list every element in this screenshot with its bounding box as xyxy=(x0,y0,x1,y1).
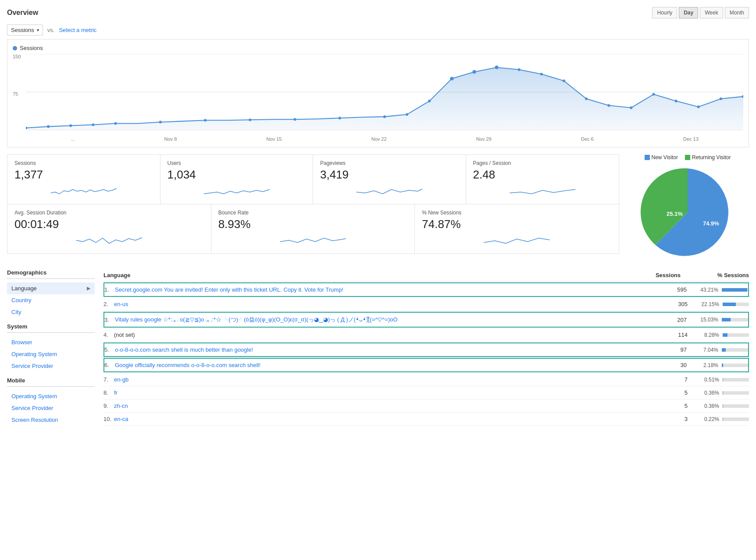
row-number: 4. xyxy=(103,332,114,338)
system-title: System xyxy=(7,323,95,330)
row-bar-fill xyxy=(723,378,723,382)
sidebar-mobile-os-label: Operating System xyxy=(11,393,57,399)
sidebar-item-mobile-service[interactable]: Service Provider xyxy=(7,402,95,414)
sidebar-item-os[interactable]: Operating System xyxy=(7,348,95,360)
svg-point-9 xyxy=(159,121,162,123)
sidebar-item-browser[interactable]: Browser xyxy=(7,336,95,348)
row-sessions: 595 xyxy=(652,286,687,293)
chart-legend: Sessions xyxy=(13,45,743,51)
stat-pageviews-label: Pageviews xyxy=(320,160,459,166)
row-sessions: 7 xyxy=(653,376,688,383)
sidebar-item-city[interactable]: City xyxy=(7,306,95,318)
sidebar-item-language[interactable]: Language ▶ xyxy=(7,282,95,294)
table-row: 8. fr 5 0.36% xyxy=(103,386,749,399)
row-label[interactable]: Secret.google.com You are invited! Enter… xyxy=(115,286,652,293)
new-visitor-color-icon xyxy=(645,155,650,160)
svg-point-25 xyxy=(630,107,632,109)
stat-pages-session-sparkline xyxy=(473,184,612,197)
stat-sessions-label: Sessions xyxy=(14,160,153,166)
row-sessions: 97 xyxy=(652,346,687,353)
hourly-button[interactable]: Hourly xyxy=(652,7,677,18)
stats-section: Sessions 1,377 Users 1,034 Pageviews 3,4… xyxy=(7,154,749,260)
sidebar-os-label: Operating System xyxy=(11,351,57,357)
x-label-dec13: Dec 13 xyxy=(683,136,699,142)
row-bar-bg xyxy=(722,348,748,352)
chart-y-labels: 150 75 xyxy=(13,54,21,128)
row-pct-container: 0.36% xyxy=(688,403,749,409)
data-table-section: Language Sessions % Sessions 1. Secret.g… xyxy=(103,269,749,426)
row-label[interactable]: en-gb xyxy=(114,376,653,383)
row-label[interactable]: Vitaly rules google ☆*:.｡. o(≧▽≦)o .｡.:*… xyxy=(115,316,652,324)
svg-point-22 xyxy=(563,79,565,82)
pie-legend-new: New Visitor xyxy=(645,154,678,161)
row-bar-bg xyxy=(723,303,749,306)
row-label[interactable]: o-o-8-o-o.com search shell is much bette… xyxy=(115,346,652,353)
stat-users-value: 1,034 xyxy=(168,168,306,182)
row-bar-bg xyxy=(723,391,749,395)
row-pct-text: 0.51% xyxy=(697,377,719,383)
row-number: 3. xyxy=(104,317,115,323)
sidebar-city-label: City xyxy=(11,309,21,315)
row-sessions: 3 xyxy=(653,416,688,422)
vs-text: vs. xyxy=(47,27,55,33)
row-pct-container: 22.15% xyxy=(688,301,749,307)
row-label[interactable]: en-ca xyxy=(114,416,653,422)
row-bar-fill xyxy=(722,318,731,321)
mobile-title: Mobile xyxy=(7,377,95,384)
row-number: 10. xyxy=(103,416,114,422)
row-sessions: 5 xyxy=(653,389,688,396)
table-row: 2. en-us 305 22.15% xyxy=(103,298,749,311)
pie-section: New Visitor Returning Visitor 74.9% 25.1… xyxy=(626,154,749,260)
sidebar-item-screen-res[interactable]: Screen Resolution xyxy=(7,414,95,426)
chart-x-labels: ... Nov 8 Nov 15 Nov 22 Nov 29 Dec 6 Dec… xyxy=(26,136,743,142)
stat-users-sparkline xyxy=(168,184,306,197)
pie-chart: 74.9% 25.1% xyxy=(639,164,736,260)
row-label[interactable]: en-us xyxy=(114,301,653,307)
row-bar-fill xyxy=(722,288,747,292)
sidebar-nav: Demographics Language ▶ Country City Sys… xyxy=(7,269,95,426)
row-bar-fill xyxy=(723,303,736,306)
sessions-dropdown[interactable]: Sessions ▾ xyxy=(7,25,43,36)
chart-svg xyxy=(26,54,743,130)
time-buttons-group: Hourly Day Week Month xyxy=(652,7,749,18)
svg-point-28 xyxy=(697,106,700,108)
row-bar-bg xyxy=(722,364,748,367)
svg-point-10 xyxy=(204,119,207,121)
stat-sessions: Sessions 1,377 xyxy=(7,155,160,204)
select-metric-link[interactable]: Select a metric xyxy=(59,27,96,33)
sidebar-item-service-provider[interactable]: Service Provider xyxy=(7,360,95,372)
stat-new-sessions-sparkline xyxy=(422,234,612,247)
day-button[interactable]: Day xyxy=(679,7,698,18)
sidebar-country-label: Country xyxy=(11,297,32,303)
sidebar-screen-label: Screen Resolution xyxy=(11,417,58,423)
row-number: 8. xyxy=(103,389,114,396)
row-label[interactable]: Google officially recommends o-o-8-o-o.c… xyxy=(115,362,652,368)
month-button[interactable]: Month xyxy=(725,7,749,18)
row-label[interactable]: zh-cn xyxy=(114,403,653,409)
row-sessions: 114 xyxy=(653,332,688,338)
row-bar-bg xyxy=(723,404,749,408)
sidebar-item-mobile-os[interactable]: Operating System xyxy=(7,390,95,402)
dropdown-arrow-icon: ▾ xyxy=(37,28,39,32)
returning-visitor-color-icon xyxy=(685,155,690,160)
row-number: 6. xyxy=(104,362,115,368)
row-pct-text: 0.22% xyxy=(697,416,719,422)
sidebar-item-country[interactable]: Country xyxy=(7,294,95,306)
row-label[interactable]: fr xyxy=(114,389,653,396)
sessions-dropdown-label: Sessions xyxy=(11,27,34,33)
sidebar-language-label: Language xyxy=(11,285,37,292)
sidebar-divider-2 xyxy=(7,332,95,333)
x-label-nov8: Nov 8 xyxy=(164,136,177,142)
svg-point-29 xyxy=(720,97,722,100)
stat-bounce-rate: Bounce Rate 8.93% xyxy=(211,204,415,253)
stats-left: Sessions 1,377 Users 1,034 Pageviews 3,4… xyxy=(7,154,619,260)
week-button[interactable]: Week xyxy=(700,7,723,18)
col-language-header: Language xyxy=(103,272,130,278)
svg-point-26 xyxy=(652,93,655,96)
stat-pages-session-value: 2.48 xyxy=(473,168,612,182)
svg-point-12 xyxy=(293,118,296,121)
sidebar-divider-3 xyxy=(7,386,95,387)
svg-point-11 xyxy=(249,118,251,121)
table-rows-container: 1. Secret.google.com You are invited! En… xyxy=(103,282,749,426)
row-sessions: 30 xyxy=(652,362,687,368)
